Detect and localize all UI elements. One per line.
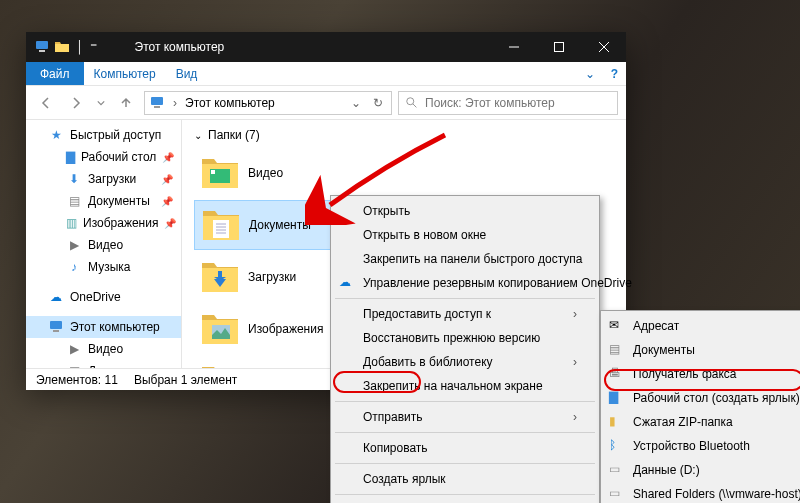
titlebar[interactable]: │ ⁼ Этот компьютер	[26, 32, 626, 62]
ctx-copy[interactable]: Копировать	[333, 436, 597, 460]
star-icon: ★	[48, 127, 64, 143]
nav-onedrive[interactable]: ☁OneDrive	[26, 286, 181, 308]
ctx-restore[interactable]: Восстановить прежнюю версию	[333, 326, 597, 350]
search-input[interactable]	[425, 96, 611, 110]
svg-rect-4	[154, 106, 160, 108]
sendto-drive-d[interactable]: ▭Данные (D:)	[603, 458, 800, 482]
desktop-icon: ▇	[66, 149, 75, 165]
tab-file[interactable]: Файл	[26, 62, 84, 85]
pc-icon	[149, 95, 165, 111]
drive-icon: ▭	[609, 486, 625, 502]
svg-rect-2	[554, 43, 563, 52]
nav-quick-access[interactable]: ★Быстрый доступ	[26, 124, 181, 146]
zip-icon: ▮	[609, 414, 625, 430]
separator	[335, 463, 595, 464]
fax-icon: 🖶	[609, 366, 625, 382]
ctx-grant-access[interactable]: Предоставить доступ к›	[333, 302, 597, 326]
sendto-documents[interactable]: ▤Документы	[603, 338, 800, 362]
separator	[335, 298, 595, 299]
mail-icon: ✉	[609, 318, 625, 334]
breadcrumb[interactable]: Этот компьютер	[185, 96, 275, 110]
video-icon: ▶	[66, 237, 82, 253]
label: Видео	[88, 238, 123, 252]
ribbon-expand-icon[interactable]: ⌄	[577, 67, 603, 81]
cloud-icon: ☁	[339, 275, 355, 291]
ctx-pin-quick[interactable]: Закрепить на панели быстрого доступа	[333, 247, 597, 271]
nav-pc-video[interactable]: ▶Видео	[26, 338, 181, 360]
up-button[interactable]	[114, 91, 138, 115]
documents-folder-icon	[201, 205, 241, 245]
group-header[interactable]: ⌄Папки (7)	[194, 128, 626, 142]
desktop-icon: ▇	[609, 390, 625, 406]
overflow-icon[interactable]: ⁼	[90, 39, 97, 55]
sendto-drive-z[interactable]: ▭Shared Folders (\\vmware-host) (Z:)	[603, 482, 800, 503]
ribbon-tabs: Файл Компьютер Вид ⌄ ?	[26, 62, 626, 86]
pin-icon: 📌	[161, 196, 173, 207]
folder-video[interactable]: Видео	[194, 148, 354, 198]
forward-button[interactable]	[64, 91, 88, 115]
label: Папки (7)	[208, 128, 260, 142]
close-button[interactable]	[581, 32, 626, 62]
refresh-icon[interactable]: ↻	[369, 96, 387, 110]
svg-point-5	[407, 97, 414, 104]
pin-icon: 📌	[164, 218, 176, 229]
address-bar: › Этот компьютер ⌄ ↻	[26, 86, 626, 120]
ctx-open-new[interactable]: Открыть в новом окне	[333, 223, 597, 247]
sendto-fax[interactable]: 🖶Получатель факса	[603, 362, 800, 386]
label: Документы	[249, 218, 311, 232]
ctx-send-to[interactable]: Отправить›	[333, 405, 597, 429]
search-box[interactable]	[398, 91, 618, 115]
svg-rect-6	[50, 321, 62, 329]
ctx-properties[interactable]: Свойства	[333, 498, 597, 503]
sendto-zip[interactable]: ▮Сжатая ZIP-папка	[603, 410, 800, 434]
nav-desktop[interactable]: ▇Рабочий стол📌	[26, 146, 181, 168]
nav-this-pc[interactable]: Этот компьютер	[26, 316, 181, 338]
chevron-right-icon[interactable]: ›	[169, 96, 181, 110]
ctx-shortcut[interactable]: Создать ярлык	[333, 467, 597, 491]
separator	[335, 494, 595, 495]
search-icon	[405, 96, 419, 110]
label: Музыка	[88, 260, 130, 274]
svg-rect-0	[36, 41, 48, 49]
pin-icon: 📌	[162, 152, 174, 163]
sendto-recipient[interactable]: ✉Адресат	[603, 314, 800, 338]
ctx-open[interactable]: Открыть	[333, 199, 597, 223]
context-menu: Открыть Открыть в новом окне Закрепить н…	[330, 195, 600, 503]
svg-rect-10	[213, 220, 229, 238]
chevron-down-icon: ⌄	[194, 130, 202, 141]
music-folder-icon	[200, 361, 240, 368]
music-icon: ♪	[66, 259, 82, 275]
nav-pc-documents[interactable]: ▤Документы	[26, 360, 181, 368]
help-icon[interactable]: ?	[603, 67, 626, 81]
svg-rect-3	[151, 97, 163, 105]
pc-icon	[48, 319, 64, 335]
ctx-add-library[interactable]: Добавить в библиотеку›	[333, 350, 597, 374]
tab-view[interactable]: Вид	[166, 62, 208, 85]
nav-downloads[interactable]: ⬇Загрузки📌	[26, 168, 181, 190]
chevron-down-icon[interactable]: ⌄	[347, 96, 365, 110]
minimize-button[interactable]	[491, 32, 536, 62]
ctx-pin-start[interactable]: Закрепить на начальном экране	[333, 374, 597, 398]
document-icon: ▤	[609, 342, 625, 358]
separator	[335, 401, 595, 402]
nav-videos[interactable]: ▶Видео	[26, 234, 181, 256]
sendto-bluetooth[interactable]: ᛒУстройство Bluetooth	[603, 434, 800, 458]
label: Загрузки	[88, 172, 136, 186]
pictures-folder-icon	[200, 309, 240, 349]
back-button[interactable]	[34, 91, 58, 115]
address-box[interactable]: › Этот компьютер ⌄ ↻	[144, 91, 392, 115]
document-icon: ▤	[66, 193, 82, 209]
sendto-desktop[interactable]: ▇Рабочий стол (создать ярлык)	[603, 386, 800, 410]
image-icon: ▥	[66, 215, 77, 231]
nav-music[interactable]: ♪Музыка	[26, 256, 181, 278]
label: Документы	[88, 194, 150, 208]
ctx-onedrive[interactable]: ☁Управление резервным копированием OneDr…	[333, 271, 597, 295]
tab-computer[interactable]: Компьютер	[84, 62, 166, 85]
download-icon: ⬇	[66, 171, 82, 187]
nav-documents[interactable]: ▤Документы📌	[26, 190, 181, 212]
maximize-button[interactable]	[536, 32, 581, 62]
nav-pictures[interactable]: ▥Изображения📌	[26, 212, 181, 234]
label: OneDrive	[70, 290, 121, 304]
pin-icon: 📌	[161, 174, 173, 185]
recent-button[interactable]	[94, 91, 108, 115]
